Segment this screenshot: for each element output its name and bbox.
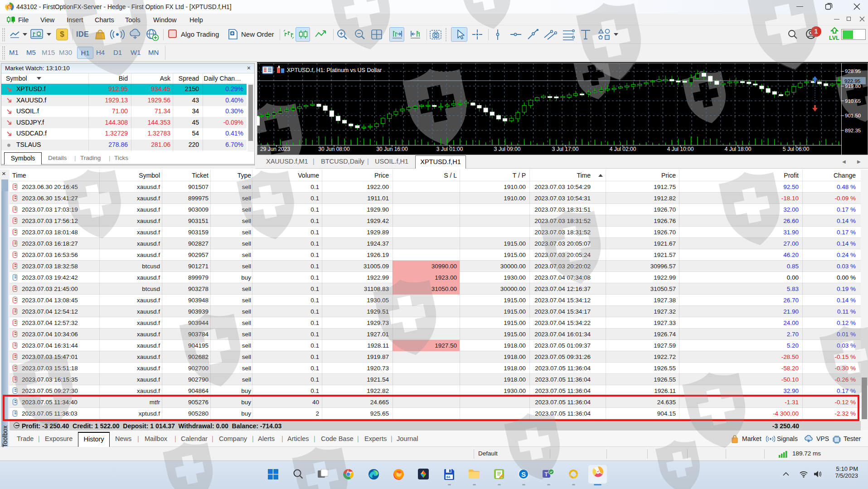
svg-text:928.95: 928.95 xyxy=(845,68,861,74)
svg-text:S: S xyxy=(521,470,526,478)
svg-text:901.50: 901.50 xyxy=(845,113,861,118)
svg-text:5: 5 xyxy=(8,5,10,10)
svg-text:LVL: LVL xyxy=(829,35,839,41)
svg-text:892.35: 892.35 xyxy=(845,128,861,133)
svg-text:XPTUSD.f, H1: Platinum vs US: XPTUSD.f, H1: Platinum vs US Dollar xyxy=(287,67,382,73)
svg-text:T: T xyxy=(545,471,548,478)
svg-text:29 Jun 2023: 29 Jun 2023 xyxy=(260,146,290,152)
svg-text:64: 64 xyxy=(446,475,450,479)
svg-text:910.65: 910.65 xyxy=(845,98,861,104)
svg-text:922.95: 922.95 xyxy=(844,78,860,84)
